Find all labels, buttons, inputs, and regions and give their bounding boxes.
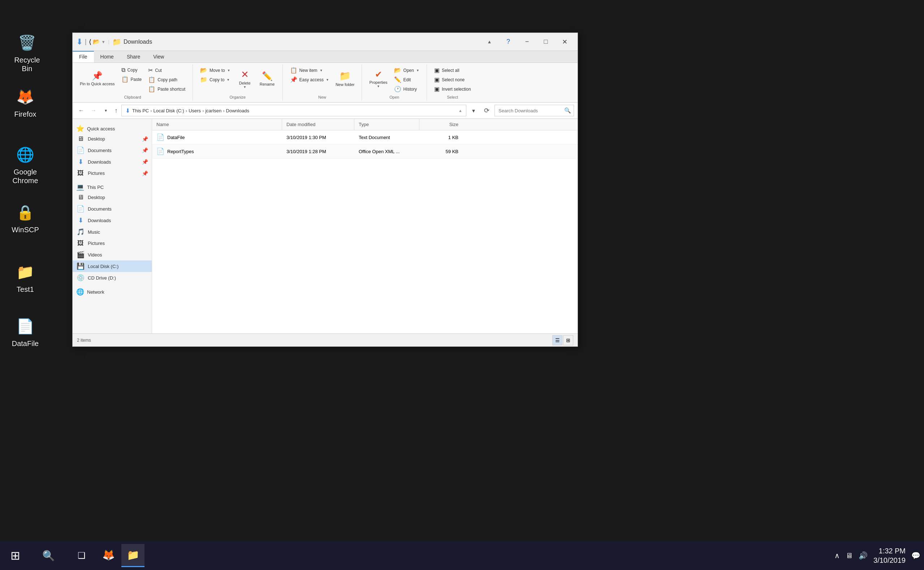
start-icon: ⊞ xyxy=(11,549,20,562)
paste-shortcut-button[interactable]: 📋 Paste shortcut xyxy=(145,84,188,93)
tab-share[interactable]: Share xyxy=(120,51,147,63)
tab-file[interactable]: File xyxy=(73,51,94,63)
table-row[interactable]: 📄 ReportTypes 3/10/2019 1:28 PM Office O… xyxy=(152,144,578,159)
path-expand-icon: ▲ xyxy=(458,108,462,113)
sidebar-header-network[interactable]: 🌐 Network xyxy=(73,286,152,297)
folder-dropdown-icon[interactable]: ▼ xyxy=(101,40,106,44)
copy-path-button[interactable]: 📋 Copy path xyxy=(145,75,188,84)
col-header-date[interactable]: Date modified xyxy=(282,119,354,130)
videos-pc-icon: 🎬 xyxy=(76,251,85,259)
select-none-button[interactable]: ▣ Select none xyxy=(431,75,474,84)
desktop-icon-firefox[interactable]: 🦊 Firefox xyxy=(5,83,45,121)
taskbar-tray: ∧ 🖥 🔊 1:32 PM 3/10/2019 💬 xyxy=(834,546,920,565)
paste-button[interactable]: 📋 Paste xyxy=(118,75,145,84)
tray-speaker-icon[interactable]: 🔊 xyxy=(859,551,868,560)
ribbon-collapse-button[interactable]: ▲ xyxy=(480,35,499,49)
search-wrapper: 🔍 xyxy=(495,105,574,116)
sidebar-section-network: 🌐 Network xyxy=(73,286,152,297)
sidebar-item-local-disk[interactable]: 💾 Local Disk (C:) xyxy=(73,260,152,272)
start-button[interactable]: ⊞ xyxy=(4,544,27,567)
table-row[interactable]: 📄 DataFile 3/10/2019 1:30 PM Text Docume… xyxy=(152,130,578,144)
task-view-button[interactable]: ❑ xyxy=(70,544,93,567)
file-type-1: Office Open XML ... xyxy=(354,146,419,157)
chrome-icon: 🌐 xyxy=(14,144,36,165)
recent-locations-button[interactable]: ▾ xyxy=(101,106,111,116)
sidebar-item-documents-pc[interactable]: 📄 Documents xyxy=(73,203,152,215)
move-to-button[interactable]: 📂 Move to ▼ xyxy=(197,66,233,75)
refresh-button[interactable]: ⟳ xyxy=(481,105,492,116)
sidebar-item-pictures-qa[interactable]: 🖼 Pictures 📌 xyxy=(73,168,152,179)
address-path[interactable]: ⬇ This PC › Local Disk (C:) › Users › jc… xyxy=(121,105,466,116)
folder-back-history-icon[interactable]: ⟨ xyxy=(89,38,91,46)
sidebar-item-desktop-qa[interactable]: 🖥 Desktop 📌 xyxy=(73,133,152,144)
close-button[interactable]: ✕ xyxy=(555,35,574,49)
pin-to-quick-access-button[interactable]: 📌 Pin to Quick access xyxy=(77,66,118,92)
taskbar-clock[interactable]: 1:32 PM 3/10/2019 xyxy=(873,546,906,565)
cut-button[interactable]: ✂ Cut xyxy=(145,66,188,75)
col-header-type[interactable]: Type xyxy=(354,119,419,130)
move-to-icon: 📂 xyxy=(200,67,207,74)
explorer-body: ⭐ Quick access 🖥 Desktop 📌 📄 Documents 📌 xyxy=(73,119,578,333)
view-toggle-buttons: ☰ ⊞ xyxy=(552,335,573,345)
select-all-button[interactable]: ▣ Select all xyxy=(431,66,474,75)
taskbar-explorer-icon: 📁 xyxy=(127,549,139,561)
properties-button[interactable]: ✔ Properties ▼ xyxy=(366,66,390,92)
sidebar-item-videos-pc[interactable]: 🎬 Videos xyxy=(73,249,152,260)
forward-button[interactable]: → xyxy=(89,106,99,116)
desktop-icon-recycle-bin[interactable]: 🗑️ Recycle Bin xyxy=(7,29,47,76)
taskbar-search-button[interactable]: 🔍 xyxy=(27,547,70,565)
desktop-icon-datafile[interactable]: 📄 DataFile xyxy=(5,313,45,351)
help-button[interactable]: ? xyxy=(499,35,518,49)
edit-button[interactable]: ✏️ Edit xyxy=(391,75,422,84)
sidebar-item-downloads-pc[interactable]: ⬇ Downloads xyxy=(73,215,152,226)
back-button[interactable]: ← xyxy=(76,106,86,116)
firefox-label: Firefox xyxy=(14,110,36,118)
new-item-button[interactable]: 📋 New item ▼ xyxy=(287,66,332,75)
col-header-name[interactable]: Name xyxy=(152,119,282,130)
maximize-button[interactable]: □ xyxy=(536,35,555,49)
tray-monitor-icon[interactable]: 🖥 xyxy=(846,552,853,560)
address-dropdown-button[interactable]: ▾ xyxy=(469,106,479,116)
desktop-icon-winscp[interactable]: 🔒 WinSCP xyxy=(5,199,45,237)
tray-chevron-icon[interactable]: ∧ xyxy=(834,551,840,560)
minimize-button[interactable]: − xyxy=(518,35,536,49)
delete-button[interactable]: ✕ Delete ▼ xyxy=(234,66,256,92)
large-icons-view-button[interactable]: ⊞ xyxy=(563,335,573,345)
open-button[interactable]: 📂 Open ▼ xyxy=(391,66,422,75)
sidebar-item-downloads-qa[interactable]: ⬇ Downloads 📌 xyxy=(73,156,152,168)
invert-selection-button[interactable]: ▣ Invert selection xyxy=(431,84,474,93)
history-button[interactable]: 🕐 History xyxy=(391,84,422,93)
search-input[interactable] xyxy=(495,105,574,116)
sidebar-item-documents-qa[interactable]: 📄 Documents 📌 xyxy=(73,144,152,156)
file-list: Name Date modified Type Size 📄 DataFile … xyxy=(152,119,578,333)
sidebar-item-pictures-pc[interactable]: 🖼 Pictures xyxy=(73,238,152,249)
tray-notification-icon[interactable]: 💬 xyxy=(911,551,920,560)
up-button[interactable]: ↑ xyxy=(113,106,119,116)
new-folder-button[interactable]: 📁 New folder xyxy=(333,66,358,92)
sidebar-header-quick-access[interactable]: ⭐ Quick access xyxy=(73,123,152,133)
col-header-size[interactable]: Size xyxy=(419,119,463,130)
select-label: Select xyxy=(447,95,458,99)
taskbar-app-explorer[interactable]: 📁 xyxy=(121,544,144,567)
desktop-icon-chrome[interactable]: 🌐 Google Chrome xyxy=(5,141,45,188)
sidebar-item-desktop-pc[interactable]: 🖥 Desktop xyxy=(73,192,152,203)
sidebar-header-thispc[interactable]: 💻 This PC xyxy=(73,181,152,192)
file-size-0: 1 KB xyxy=(419,132,463,143)
rename-button[interactable]: ✏️ Rename xyxy=(256,66,278,92)
desktop-icon-test1[interactable]: 📁 Test1 xyxy=(5,258,45,297)
documents-qa-icon: 📄 xyxy=(76,146,85,154)
clipboard-label: Clipboard xyxy=(124,95,141,99)
network-header-label: Network xyxy=(87,289,104,295)
desktop-pc-icon: 🖥 xyxy=(76,194,85,201)
taskbar-app-firefox[interactable]: 🦊 xyxy=(97,544,120,567)
quick-access-download-icon[interactable]: ⬇ xyxy=(76,37,83,47)
easy-access-button[interactable]: 📌 Easy access ▼ xyxy=(287,75,332,84)
copy-to-button[interactable]: 📁 Copy to ▼ xyxy=(197,75,233,84)
ribbon-group-open: ✔ Properties ▼ 📂 Open ▼ ✏️ xyxy=(362,64,427,101)
details-view-button[interactable]: ☰ xyxy=(552,335,562,345)
sidebar-item-music-pc[interactable]: 🎵 Music xyxy=(73,226,152,238)
tab-home[interactable]: Home xyxy=(94,51,120,63)
copy-button[interactable]: ⧉ Copy xyxy=(118,66,145,74)
sidebar-item-cd-drive[interactable]: 💿 CD Drive (D:) xyxy=(73,272,152,283)
tab-view[interactable]: View xyxy=(147,51,170,63)
